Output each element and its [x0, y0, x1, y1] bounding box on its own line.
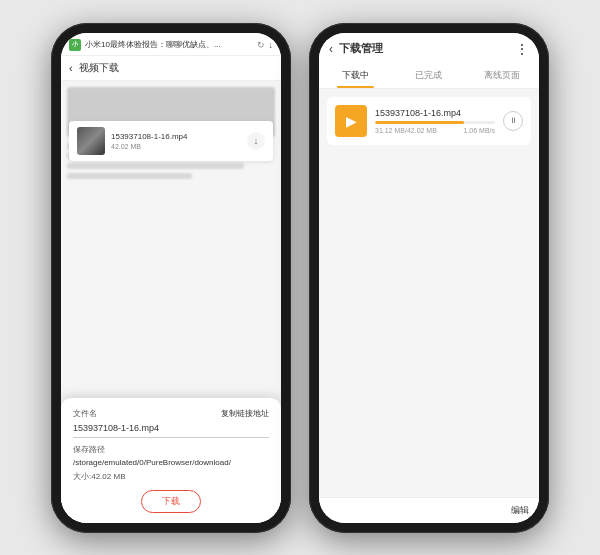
download-card: 153937108-1-16.mp4 42.02 MB ↓	[69, 121, 273, 161]
bg-line	[67, 163, 244, 169]
tabs: 下载中 已完成 离线页面	[319, 63, 539, 89]
back-icon[interactable]: ‹	[69, 62, 73, 74]
tab-offline[interactable]: 离线页面	[466, 63, 539, 88]
stats-size: 31.12 MB/42.02 MB	[375, 127, 437, 134]
footer: 编辑	[319, 497, 539, 523]
browser-bar: 小 小米10最终体验报告：聊聊优缺点、... ↻ ↓	[61, 33, 281, 56]
download-nav-icon[interactable]: ↓	[269, 40, 274, 50]
card-info: 153937108-1-16.mp4 42.02 MB	[111, 132, 241, 150]
header: ‹ 下载管理 ⋮	[319, 33, 539, 63]
filename-label: 文件名	[73, 408, 97, 419]
page-title: 下载管理	[339, 41, 509, 56]
reload-icon[interactable]: ↻	[257, 40, 265, 50]
more-icon[interactable]: ⋮	[515, 41, 529, 57]
phone-2-screen: ‹ 下载管理 ⋮ 下载中 已完成 离线页面 ▶ 153937108-1-	[319, 33, 539, 523]
tab-downloading[interactable]: 下载中	[319, 63, 392, 88]
filesize-label: 大小:42.02 MB	[73, 471, 269, 482]
item-filename: 153937108-1-16.mp4	[375, 108, 495, 118]
stats-speed: 1.06 MB/s	[463, 127, 495, 134]
phone-1-screen: 小 小米10最终体验报告：聊聊优缺点、... ↻ ↓ ‹ 视频下载	[61, 33, 281, 523]
copy-link-button[interactable]: 复制链接地址	[221, 408, 269, 419]
savepath-value: /storage/emulated/0/PureBrowser/download…	[73, 458, 269, 467]
download-item: ▶ 153937108-1-16.mp4 31.12 MB/42.02 MB 1…	[327, 97, 531, 145]
phone-1: 小 小米10最终体验报告：聊聊优缺点、... ↻ ↓ ‹ 视频下载	[51, 23, 291, 533]
tab-completed[interactable]: 已完成	[392, 63, 465, 88]
download-list: ▶ 153937108-1-16.mp4 31.12 MB/42.02 MB 1…	[319, 89, 539, 497]
progress-bar-bg	[375, 121, 495, 124]
card-download-button[interactable]: ↓	[247, 132, 265, 150]
bg-line	[67, 173, 192, 179]
back-icon[interactable]: ‹	[329, 42, 333, 56]
file-icon: ▶	[335, 105, 367, 137]
page-title: 视频下载	[79, 61, 119, 75]
card-filename: 153937108-1-16.mp4	[111, 132, 241, 141]
pause-button[interactable]: ⏸	[503, 111, 523, 131]
item-info: 153937108-1-16.mp4 31.12 MB/42.02 MB 1.0…	[375, 108, 495, 134]
thumb-image	[77, 127, 105, 155]
download-button[interactable]: 下载	[141, 490, 201, 513]
bottom-sheet: 文件名 复制链接地址 153937108-1-16.mp4 保存路径 /stor…	[61, 398, 281, 523]
filename-value: 153937108-1-16.mp4	[73, 423, 269, 438]
browser-title: 小米10最终体验报告：聊聊优缺点、...	[85, 39, 253, 50]
content-area: 153937108-1-16.mp4 42.02 MB ↓ 文件名 复制链接地址…	[61, 81, 281, 523]
thumbnail	[77, 127, 105, 155]
progress-bar-fill	[375, 121, 464, 124]
savepath-label: 保存路径	[73, 444, 269, 455]
nav-bar: ‹ 视频下载	[61, 56, 281, 81]
favicon: 小	[69, 39, 81, 51]
phone-2: ‹ 下载管理 ⋮ 下载中 已完成 离线页面 ▶ 153937108-1-	[309, 23, 549, 533]
item-stats: 31.12 MB/42.02 MB 1.06 MB/s	[375, 127, 495, 134]
card-filesize: 42.02 MB	[111, 143, 241, 150]
sheet-header-row: 文件名 复制链接地址	[73, 408, 269, 419]
edit-button[interactable]: 编辑	[511, 504, 529, 517]
